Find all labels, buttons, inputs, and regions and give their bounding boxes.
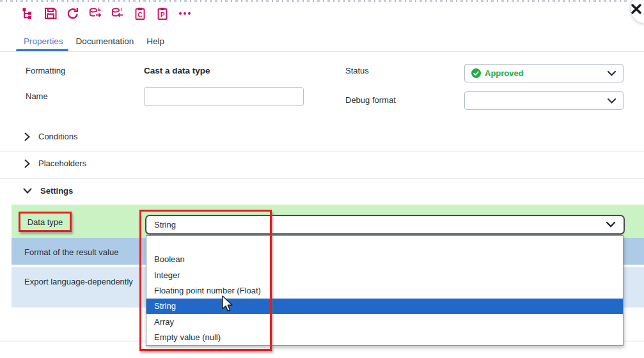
save-icon[interactable] [43,6,58,20]
approved-check-icon [471,68,481,78]
toolbar: E I C P [21,6,192,20]
formatting-label: Formatting [26,66,65,75]
divider [0,51,644,52]
tab-properties[interactable]: Properties [24,36,63,46]
database-import-icon[interactable]: I [111,6,125,20]
close-icon[interactable] [631,3,641,15]
chevron-down-icon [607,98,617,104]
chevron-down-icon [607,70,617,77]
section-placeholders[interactable]: Placeholders [24,159,86,168]
dropdown-option-null[interactable]: Empty value (null) [146,330,623,345]
dropdown-option-array[interactable]: Array [146,314,623,329]
properties-panel: E I C P Properties Documentation Help Fo… [0,0,644,358]
section-placeholders-label: Placeholders [38,159,86,168]
clipboard-copy-icon[interactable]: C [133,6,147,20]
name-input[interactable] [144,87,304,106]
undo-icon[interactable] [66,6,80,20]
tab-bar: Properties Documentation Help [24,36,164,46]
format-result-row-label: Format of the result value [24,247,118,257]
svg-text:C: C [138,12,143,19]
export-language-row-label: Export language-dependently [24,274,136,290]
status-badge: Approved [471,68,524,78]
chevron-right-icon [24,159,30,168]
data-type-select[interactable]: String [145,215,625,235]
debug-format-select[interactable] [464,91,624,110]
name-label: Name [26,91,48,101]
annotation-box-data-type: Data type [19,212,72,232]
dropdown-option-boolean[interactable]: Boolean [146,251,623,267]
data-type-dropdown-list: Boolean Integer Floating point number (F… [146,235,624,346]
database-export-icon[interactable]: E [88,6,102,20]
more-icon[interactable] [178,6,192,20]
data-type-select-value: String [154,220,176,230]
svg-text:I: I [121,7,122,12]
svg-text:E: E [98,7,101,12]
section-settings[interactable]: Settings [23,186,73,196]
chevron-right-icon [24,132,30,141]
dropdown-option-string[interactable]: String [146,299,623,314]
clipboard-paste-icon[interactable]: P [155,6,169,20]
data-type-row-label: Data type [27,217,63,227]
divider [0,178,644,179]
section-conditions[interactable]: Conditions [24,132,77,141]
tab-documentation[interactable]: Documentation [76,36,134,46]
formatting-value: Cast a data type [144,66,210,75]
section-conditions-label: Conditions [38,132,77,141]
status-label: Status [345,66,369,75]
tree-structure-icon[interactable] [21,6,35,20]
dropdown-option-integer[interactable]: Integer [146,267,623,283]
dropdown-option-empty[interactable] [146,236,623,251]
clipped-text-row [0,0,630,2]
section-settings-label: Settings [40,186,73,196]
debug-format-label: Debug format [345,95,396,105]
status-value: Approved [485,68,524,78]
chevron-down-icon [606,221,616,228]
divider [0,152,644,152]
dropdown-option-float[interactable]: Floating point number (Float) [146,283,623,298]
tab-help[interactable]: Help [146,36,164,46]
svg-text:P: P [161,12,165,19]
status-select[interactable]: Approved [464,64,624,82]
chevron-down-icon [23,188,32,194]
